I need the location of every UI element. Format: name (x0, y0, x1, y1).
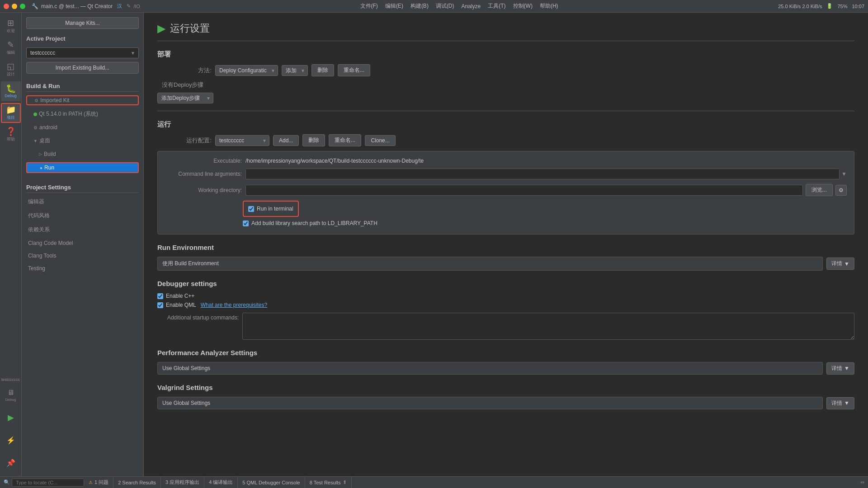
menu-edit[interactable]: 编辑(E) (385, 2, 403, 10)
enable-qml-label[interactable]: Enable QML (166, 302, 196, 308)
perf-display-text: Use Global Settings (162, 365, 210, 371)
prerequisites-link[interactable]: What are the prerequisites? (201, 302, 267, 308)
menu-analyze[interactable]: Analyze (462, 3, 481, 9)
tab-qml-debugger[interactable]: 5 QML Debugger Console (238, 477, 305, 488)
add-select-wrapper: 添加 ▼ (282, 65, 308, 76)
deploy-config-select-wrapper: Deploy Configuratic ▼ (215, 65, 278, 76)
startup-textarea[interactable] (242, 313, 854, 340)
main-layout: ⊞ 欢迎 ✎ 编辑 ◱ 设计 🐛 Debug 📁 项目 ❓ 帮助 testccc… (0, 13, 868, 476)
add-library-checkbox[interactable] (243, 221, 249, 226)
sidebar-item-build-run[interactable]: ⚡ (1, 430, 21, 450)
workdir-input-wrapper: /home/impressionyang/workspace/QT/build-… (245, 184, 847, 196)
manage-kits-button[interactable]: Manage Kits... (26, 17, 139, 29)
sidebar-item-debug-screen[interactable]: 🖥 Debug (1, 385, 21, 405)
run-section-title: 运行 (157, 120, 854, 129)
run-rename-button[interactable]: 重命名... (329, 134, 361, 146)
browse-button[interactable]: 浏览... (806, 184, 833, 196)
add-select[interactable]: 添加 (282, 65, 308, 76)
lang-indicator: 汉 (117, 3, 122, 9)
android-item[interactable]: ⚙ android (26, 123, 139, 132)
titlebar-left: 🔧 main.c @ test... — Qt Creator 汉 ✎ /IO (4, 3, 140, 9)
project-select[interactable]: testcccccc (26, 47, 139, 58)
sidebar-item-debug[interactable]: 🐛 Debug (1, 81, 21, 101)
settings-clang-code-model[interactable]: Clang Code Model (26, 239, 139, 248)
sidebar-item-edit[interactable]: ✎ 编辑 (1, 38, 21, 58)
workdir-action-button[interactable]: ⚙ (835, 185, 847, 196)
titlebar: 🔧 main.c @ test... — Qt Creator 汉 ✎ /IO … (0, 0, 868, 13)
workdir-input[interactable]: /home/impressionyang/workspace/QT/build-… (245, 185, 803, 196)
menu-tools[interactable]: 工具(T) (488, 2, 505, 10)
add-deploy-wrapper: 添加Deploy步骤 ▼ (157, 93, 213, 103)
run-item[interactable]: ● Run (26, 162, 139, 173)
terminal-checkbox-outline: Run in terminal (243, 201, 299, 217)
bottom-bar: 🔍 ⚠ 1 问题 2 Search Results 3 应用程序输出 4 编译输… (0, 476, 868, 488)
sidebar-item-project[interactable]: 📁 项目 (1, 103, 21, 123)
settings-testing[interactable]: Testing (26, 264, 139, 273)
run-in-terminal-label[interactable]: Run in terminal (257, 206, 293, 212)
menu-build[interactable]: 构建(B) (410, 2, 429, 10)
menu-debug[interactable]: 调试(D) (436, 2, 454, 10)
build-item[interactable]: ▷ Build (26, 150, 139, 159)
menu-control[interactable]: 控制(W) (513, 2, 533, 10)
no-deploy-text: 没有Deploy步骤 (157, 81, 854, 89)
env-detail-arrow: ▼ (844, 261, 849, 267)
add-deploy-select[interactable]: 添加Deploy步骤 (157, 93, 213, 103)
tab-problems[interactable]: ⚠ 1 问题 (84, 477, 113, 488)
imported-kit-item[interactable]: ⚙ Imported Kit (26, 95, 139, 105)
sidebar-item-play[interactable]: ▶ (1, 408, 21, 427)
settings-clang-tools[interactable]: Clang Tools (26, 251, 139, 260)
resize-icon[interactable]: ⇔ (860, 479, 864, 485)
cmdline-expand-icon[interactable]: ▼ (841, 171, 847, 177)
enable-cpp-label[interactable]: Enable C++ (166, 293, 194, 299)
minimize-dot[interactable] (12, 4, 17, 9)
enable-cpp-checkbox[interactable] (157, 293, 163, 299)
tab-compile-output[interactable]: 4 编译输出 (204, 477, 238, 488)
tab-test-results[interactable]: 8 Test Results ⬆ (305, 477, 352, 488)
sidebar-item-design[interactable]: ◱ 设计 (1, 60, 21, 80)
settings-editor[interactable]: 编辑器 (26, 197, 139, 207)
run-delete-button[interactable]: 删除 (302, 134, 325, 146)
debug-label: Debug (5, 94, 17, 98)
perf-detail-button[interactable]: 详情 ▼ (826, 362, 854, 375)
qt-dot (33, 113, 37, 116)
rename-deploy-button[interactable]: 重命名... (338, 64, 370, 76)
tab-app-output[interactable]: 3 应用程序输出 (161, 477, 204, 488)
sidebar-item-welcome[interactable]: ⊞ 欢迎 (1, 16, 21, 36)
delete-deploy-button[interactable]: 删除 (311, 64, 334, 76)
menu-file[interactable]: 文件(F) (360, 2, 378, 10)
sidebar-item-pin[interactable]: 📌 (1, 453, 21, 473)
run-environment-section: Run Environment 使用 Build Environment 详情 … (157, 244, 854, 271)
settings-code-style[interactable]: 代码风格 (26, 211, 139, 221)
build-expand-icon: ▷ (39, 152, 42, 156)
enable-qml-checkbox[interactable] (157, 302, 163, 308)
maximize-dot[interactable] (20, 4, 25, 9)
run-config-select[interactable]: testcccccc (215, 135, 269, 146)
qt-item[interactable]: Qt 5.14.0 in PATH (系统) (26, 109, 139, 119)
sidebar-bottom: testcccccc 🖥 Debug ▶ ⚡ 📌 (1, 377, 21, 476)
deploy-config-select[interactable]: Deploy Configuratic (215, 65, 278, 76)
network-speed: 25.0 KiB/s 2.0 KiB/s (778, 4, 822, 9)
cmdline-input[interactable] (245, 169, 840, 179)
startup-label: Additional startup commands: (157, 313, 239, 321)
close-dot[interactable] (4, 4, 9, 9)
pencil-icon: ✎ (127, 3, 131, 9)
add-library-label[interactable]: Add build library search path to LD_LIBR… (251, 220, 377, 226)
env-detail-button[interactable]: 详情 ▼ (826, 258, 854, 270)
run-dot: ● (40, 165, 42, 170)
android-label: android (39, 124, 57, 131)
android-icon: ⚙ (33, 125, 38, 130)
io-icon: /IO (133, 4, 140, 9)
run-clone-button[interactable]: Clone... (365, 135, 395, 146)
import-existing-build-button[interactable]: Import Existing Build... (26, 62, 139, 74)
sidebar-item-help[interactable]: ❓ 帮助 (1, 125, 21, 145)
menu-help[interactable]: 帮助(H) (540, 2, 558, 10)
tab-search-results[interactable]: 2 Search Results (113, 477, 161, 488)
deploy-method-row: 方法: Deploy Configuratic ▼ 添加 ▼ 删除 重命名... (157, 64, 854, 76)
locate-input[interactable] (12, 479, 84, 487)
desktop-item[interactable]: ▼ 桌面 (26, 136, 139, 146)
valgrind-detail-button[interactable]: 详情 ▼ (826, 397, 854, 409)
play-icon: ▶ (8, 413, 14, 422)
settings-dependencies[interactable]: 依赖关系 (26, 225, 139, 235)
run-in-terminal-checkbox[interactable] (248, 206, 254, 212)
run-add-button[interactable]: Add... (273, 135, 299, 146)
